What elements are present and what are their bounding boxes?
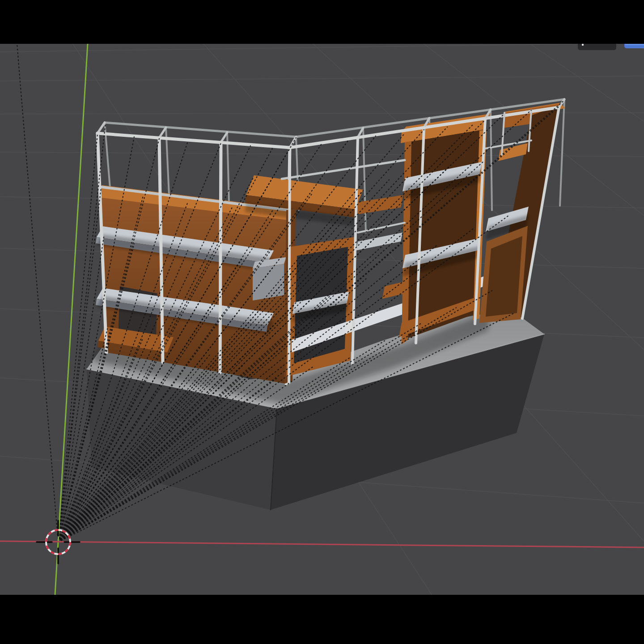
viewport-3d[interactable] bbox=[0, 0, 644, 644]
screenshot-root bbox=[0, 0, 644, 644]
